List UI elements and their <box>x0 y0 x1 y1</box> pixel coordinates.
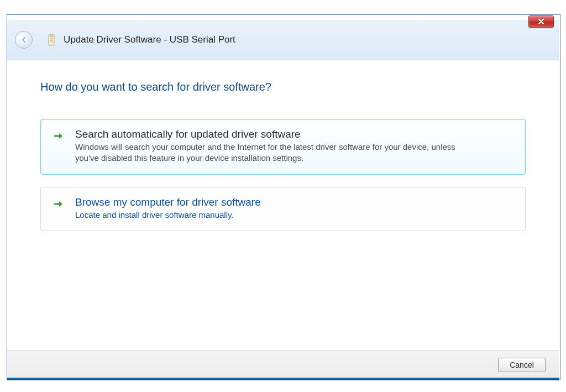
cancel-button[interactable]: Cancel <box>498 358 546 372</box>
svg-rect-1 <box>50 35 53 37</box>
option-description: Windows will search your computer and th… <box>75 142 473 164</box>
option-title: Browse my computer for driver software <box>75 196 513 208</box>
svg-rect-2 <box>50 38 53 39</box>
device-icon <box>47 33 56 46</box>
option-text: Search automatically for updated driver … <box>75 128 513 164</box>
dialog-title: Update Driver Software - USB Serial Port <box>64 34 235 45</box>
dialog-content: How do you want to search for driver sof… <box>7 60 559 356</box>
back-button[interactable] <box>15 31 33 49</box>
arrow-right-icon <box>53 130 64 142</box>
bottom-accent <box>7 378 559 380</box>
option-title: Search automatically for updated driver … <box>75 128 513 140</box>
close-button[interactable] <box>528 15 554 28</box>
option-text: Browse my computer for driver software L… <box>75 196 513 221</box>
option-description: Locate and install driver software manua… <box>75 210 473 221</box>
close-icon <box>538 19 544 24</box>
back-arrow-icon <box>20 36 28 44</box>
dialog-footer: Cancel <box>7 350 559 379</box>
svg-rect-3 <box>50 40 53 41</box>
arrow-right-icon <box>53 198 64 210</box>
page-heading: How do you want to search for driver sof… <box>40 81 526 93</box>
option-search-automatically[interactable]: Search automatically for updated driver … <box>40 119 526 175</box>
option-browse-computer[interactable]: Browse my computer for driver software L… <box>40 187 526 231</box>
dialog-header: Update Driver Software - USB Serial Port <box>7 20 559 60</box>
